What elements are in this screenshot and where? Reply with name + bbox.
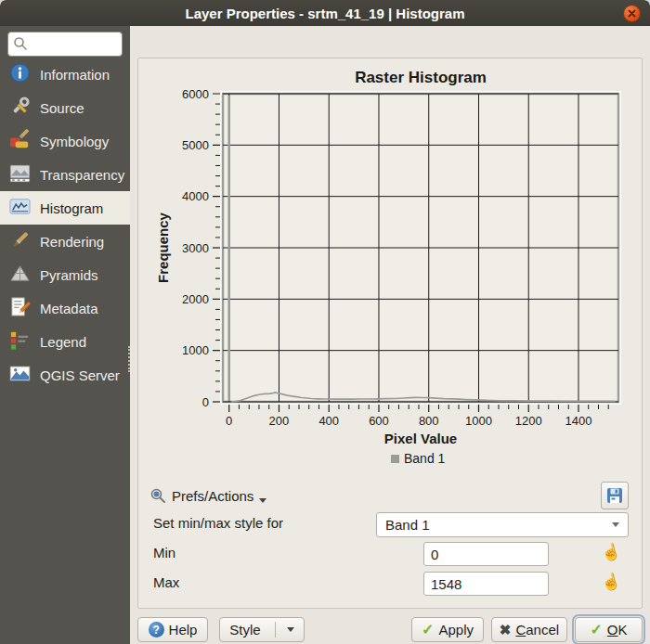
- sidebar-item-source[interactable]: Source: [0, 91, 130, 124]
- chevron-down-icon: [259, 498, 266, 503]
- histogram-icon: [8, 195, 32, 221]
- sidebar-item-rendering[interactable]: Rendering: [0, 225, 130, 258]
- sidebar-splitter-handle[interactable]: [128, 346, 132, 372]
- close-icon: [627, 8, 637, 19]
- layer-properties-dialog: Layer Properties - srtm_41_19 | Histogra…: [0, 0, 650, 644]
- sidebar-item-symbology[interactable]: Symbology: [0, 124, 130, 158]
- min-load-button[interactable]: ☝: [599, 539, 624, 565]
- svg-text:Band 1: Band 1: [404, 451, 446, 466]
- sidebar-nav: Information Source Symbology Transparenc…: [0, 58, 130, 392]
- sidebar-item-label: Information: [40, 67, 110, 83]
- symbology-icon: [8, 128, 32, 154]
- sidebar-item-pyramids[interactable]: Pyramids: [0, 258, 130, 291]
- svg-text:2000: 2000: [182, 292, 209, 306]
- save-icon: [605, 486, 624, 505]
- transparency-icon: [8, 161, 32, 187]
- style-label: Style: [229, 622, 260, 638]
- svg-text:5000: 5000: [182, 138, 209, 152]
- sidebar: Information Source Symbology Transparenc…: [0, 26, 130, 644]
- svg-text:1200: 1200: [515, 414, 542, 428]
- sidebar-item-qgis-server[interactable]: QGIS Server: [0, 358, 130, 392]
- max-load-button[interactable]: ☝: [599, 569, 624, 595]
- sidebar-item-transparency[interactable]: Transparency: [0, 158, 130, 191]
- hand-pointer-icon: ☝: [600, 542, 623, 563]
- titlebar[interactable]: Layer Properties - srtm_41_19 | Histogra…: [0, 0, 650, 26]
- svg-text:Frequency: Frequency: [155, 212, 171, 283]
- ok-label: OK: [607, 622, 628, 638]
- sidebar-item-legend[interactable]: Legend: [0, 325, 130, 358]
- svg-text:0: 0: [202, 395, 209, 409]
- sidebar-item-label: Rendering: [40, 234, 104, 250]
- sidebar-item-label: Metadata: [40, 301, 98, 316]
- prefs-magnifier-icon: [150, 487, 166, 504]
- svg-text:800: 800: [419, 414, 439, 428]
- prefs-actions-label: Prefs/Actions: [172, 488, 254, 504]
- help-icon: ?: [149, 622, 164, 638]
- check-icon: ✓: [590, 621, 602, 638]
- style-button[interactable]: Style: [219, 617, 305, 642]
- chevron-down-icon: [287, 627, 294, 632]
- band-select[interactable]: Band 1: [376, 512, 629, 537]
- close-button[interactable]: [623, 5, 641, 22]
- prefs-actions-button[interactable]: Prefs/Actions: [150, 483, 266, 508]
- svg-text:1000: 1000: [465, 414, 492, 428]
- ok-button[interactable]: ✓ OK: [575, 617, 643, 642]
- histogram-panel: 0200400600800100012001400010002000300040…: [137, 58, 643, 609]
- apply-label: Apply: [438, 622, 474, 638]
- rendering-icon: [8, 228, 32, 254]
- svg-text:1000: 1000: [182, 343, 209, 357]
- sidebar-item-label: Legend: [40, 334, 86, 350]
- window-title: Layer Properties - srtm_41_19 | Histogra…: [186, 6, 465, 21]
- pyramids-icon: [8, 262, 32, 288]
- qgis-server-icon: [8, 362, 32, 388]
- x-icon: ✖: [500, 622, 512, 638]
- sidebar-item-information[interactable]: Information: [0, 58, 130, 91]
- min-input[interactable]: [423, 542, 549, 566]
- svg-text:1400: 1400: [566, 414, 592, 428]
- metadata-icon: [8, 295, 32, 321]
- sidebar-item-label: QGIS Server: [40, 367, 120, 383]
- band-select-value: Band 1: [385, 517, 430, 533]
- help-button[interactable]: ? Help: [137, 617, 208, 642]
- svg-text:6000: 6000: [182, 87, 209, 101]
- sidebar-item-histogram[interactable]: Histogram: [0, 191, 130, 225]
- set-minmax-label: Set min/max style for: [153, 515, 283, 531]
- hand-pointer-icon: ☝: [600, 572, 623, 593]
- divider: [275, 622, 276, 638]
- help-label: Help: [169, 622, 198, 638]
- svg-text:4000: 4000: [182, 189, 209, 203]
- information-icon: [8, 61, 32, 87]
- svg-text:3000: 3000: [182, 241, 209, 255]
- sidebar-item-label: Transparency: [40, 167, 124, 183]
- search-icon: [13, 36, 28, 51]
- max-label: Max: [153, 574, 179, 590]
- svg-text:200: 200: [269, 414, 290, 428]
- sidebar-item-label: Histogram: [40, 200, 103, 216]
- min-label: Min: [153, 545, 176, 560]
- legend-icon: [8, 328, 32, 354]
- source-icon: [8, 95, 32, 121]
- sidebar-item-metadata[interactable]: Metadata: [0, 291, 130, 325]
- check-icon: ✓: [422, 621, 434, 638]
- svg-text:600: 600: [369, 414, 389, 428]
- apply-button[interactable]: ✓ Apply: [411, 617, 484, 642]
- sidebar-item-label: Pyramids: [40, 267, 98, 283]
- svg-text:Raster Histogram: Raster Histogram: [355, 69, 487, 86]
- chevron-down-icon: [612, 522, 619, 527]
- svg-text:400: 400: [318, 414, 339, 428]
- cancel-label: Cancel: [515, 622, 559, 638]
- sidebar-item-label: Source: [40, 100, 84, 116]
- svg-text:0: 0: [226, 414, 232, 428]
- save-histogram-button[interactable]: [601, 482, 629, 509]
- max-input[interactable]: [423, 572, 549, 596]
- sidebar-item-label: Symbology: [40, 134, 109, 149]
- svg-text:Pixel Value: Pixel Value: [384, 431, 457, 446]
- raster-histogram-chart[interactable]: 0200400600800100012001400010002000300040…: [140, 64, 638, 482]
- cancel-button[interactable]: ✖ Cancel: [491, 617, 567, 642]
